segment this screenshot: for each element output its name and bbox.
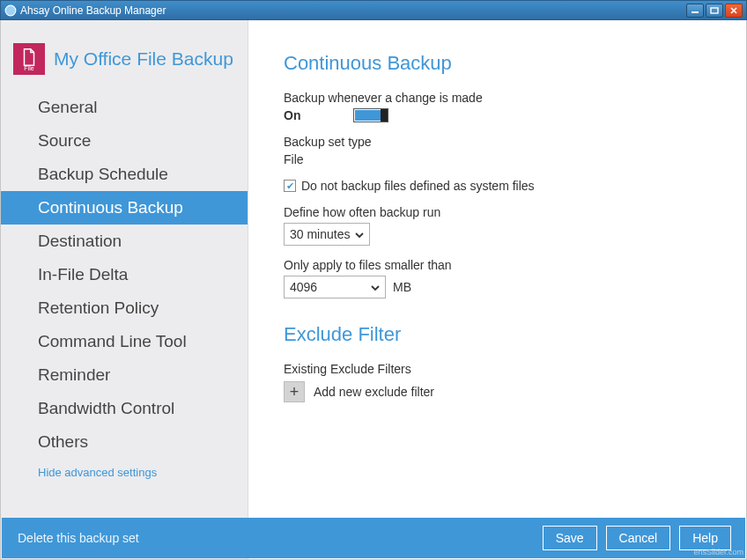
sidebar-item-bandwidth-control[interactable]: Bandwidth Control: [1, 392, 248, 425]
profile-header: File My Office File Backup: [1, 36, 248, 91]
no-system-files-row: Do not backup files defined as system fi…: [284, 179, 711, 193]
backup-change-block: Backup whenever a change is made On: [284, 91, 711, 122]
app-icon: [4, 4, 17, 17]
toggle-state-text: On: [284, 108, 300, 122]
maximize-button[interactable]: [706, 4, 723, 18]
continuous-backup-toggle[interactable]: [353, 108, 388, 122]
file-icon: File: [13, 43, 45, 75]
file-icon-label: File: [24, 65, 33, 71]
frequency-block: Define how often backup run 30 minutes: [284, 205, 711, 246]
existing-filters-label: Existing Exclude Filters: [284, 362, 711, 376]
close-button[interactable]: [725, 4, 743, 18]
set-type-value: File: [284, 152, 711, 166]
sidebar-item-general[interactable]: General: [1, 91, 248, 124]
size-limit-block: Only apply to files smaller than 4096 MB: [284, 258, 711, 298]
add-filter-label: Add new exclude filter: [314, 385, 434, 399]
add-filter-button[interactable]: +: [284, 381, 305, 402]
delete-backup-set-link[interactable]: Delete this backup set: [18, 531, 139, 545]
svg-rect-1: [692, 11, 699, 13]
sidebar-nav: General Source Backup Schedule Continuou…: [1, 91, 248, 459]
save-button[interactable]: Save: [543, 526, 597, 550]
sidebar-item-reminder[interactable]: Reminder: [1, 358, 248, 392]
frequency-select[interactable]: 30 minutes: [284, 223, 370, 246]
sidebar-item-command-line-tool[interactable]: Command Line Tool: [1, 325, 248, 358]
sidebar-item-destination[interactable]: Destination: [1, 225, 248, 258]
cancel-button[interactable]: Cancel: [606, 526, 671, 550]
heading-continuous-backup: Continuous Backup: [284, 52, 711, 75]
svg-rect-2: [711, 8, 718, 13]
size-limit-unit: MB: [393, 280, 411, 294]
titlebar: Ahsay Online Backup Manager: [0, 0, 747, 20]
set-type-block: Backup set type File: [284, 135, 711, 166]
sidebar-item-retention-policy[interactable]: Retention Policy: [1, 291, 248, 325]
sidebar-item-in-file-delta[interactable]: In-File Delta: [1, 258, 248, 291]
sidebar-item-continuous-backup[interactable]: Continuous Backup: [1, 191, 248, 225]
backup-change-label: Backup whenever a change is made: [284, 91, 711, 105]
chevron-down-icon: [355, 227, 364, 241]
frequency-label: Define how often backup run: [284, 205, 711, 219]
frequency-value: 30 minutes: [290, 227, 350, 241]
sidebar-item-backup-schedule[interactable]: Backup Schedule: [1, 158, 248, 191]
svg-point-0: [5, 5, 16, 16]
client-area: File My Office File Backup General Sourc…: [0, 20, 747, 560]
no-system-files-label: Do not backup files defined as system fi…: [301, 179, 535, 193]
heading-exclude-filter: Exclude Filter: [284, 323, 711, 346]
plus-icon: +: [290, 384, 300, 400]
profile-title: My Office File Backup: [54, 48, 233, 70]
hide-advanced-settings-link[interactable]: Hide advanced settings: [1, 459, 248, 486]
size-limit-select[interactable]: 4096: [284, 276, 386, 298]
no-system-files-checkbox[interactable]: [284, 180, 296, 192]
sidebar-item-others[interactable]: Others: [1, 425, 248, 459]
footer: Delete this backup set Save Cancel Help …: [2, 518, 745, 558]
set-type-label: Backup set type: [284, 135, 711, 149]
help-button[interactable]: Help: [679, 526, 731, 550]
minimize-button[interactable]: [686, 4, 704, 18]
sidebar-item-source[interactable]: Source: [1, 124, 248, 158]
sidebar: File My Office File Backup General Sourc…: [1, 20, 248, 559]
size-limit-label: Only apply to files smaller than: [284, 258, 711, 272]
chevron-down-icon: [371, 280, 380, 294]
add-filter-row: + Add new exclude filter: [284, 381, 711, 402]
window-title: Ahsay Online Backup Manager: [20, 4, 686, 17]
window-buttons: [686, 4, 743, 18]
main-panel: Continuous Backup Backup whenever a chan…: [248, 20, 746, 559]
size-limit-value: 4096: [290, 280, 317, 294]
